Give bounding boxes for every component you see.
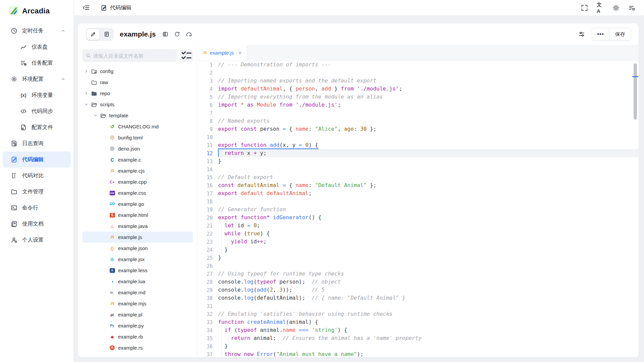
tree-item-example.js[interactable]: JSexample.js [82,232,193,243]
refresh-icon[interactable] [174,31,180,37]
folder-icon [91,79,97,85]
line-number: 2 [197,69,213,77]
collapse-sidebar-icon[interactable] [83,4,90,11]
close-tab-icon[interactable] [238,51,242,55]
code-line-content: console.log(add(2, 3)); // 5 [218,286,639,294]
tree-item-example.cpp[interactable]: C+example.cpp [82,176,193,187]
app-name: Arcadia [22,7,50,15]
code-editor[interactable]: 1// --- Demonstration of imports ---23//… [197,61,639,357]
line-number: 14 [197,165,213,173]
line-number: 23 [197,238,213,246]
editor-tab-example-js[interactable]: JS example.js [197,45,247,60]
tree-indent-spacer [102,301,108,306]
tree-item-example.less[interactable]: ≤example.less [82,265,193,276]
split-view-icon[interactable] [162,31,168,37]
tree-item-repo[interactable]: repo [82,88,193,99]
file-search-input[interactable] [93,53,173,59]
tree-item-CHANGELOG.md[interactable]: ↺CHANGELOG.md [82,121,193,132]
sidebar-item-env-config[interactable]: 环境配置 [3,71,71,87]
sidebar-item-scheduled-tasks[interactable]: 定时任务 [3,23,71,39]
file-type-icon: R [109,345,115,351]
tree-item-example.css[interactable]: cssexample.css [82,187,193,198]
sidebar-item-file-manage[interactable]: 文件管理 [3,184,71,200]
chevron-up-icon[interactable] [61,77,65,81]
topbar: 代码编辑 文A [74,0,644,16]
folder-open-icon [100,113,106,119]
editor-tabbar: JS example.js [197,45,639,61]
theme-icon[interactable] [612,4,620,11]
clock-icon [11,27,17,34]
chevron-right-icon[interactable] [84,91,90,96]
save-button[interactable]: 保存 [609,28,631,41]
code-line-4: 4import defaultAnimal, { person, add } f… [197,85,639,93]
sidebar-item-env-vars[interactable]: (x)环境变量 [3,87,71,103]
chevron-up-icon[interactable] [61,28,65,33]
tree-item-template[interactable]: template [82,110,193,121]
line-number: 28 [197,278,213,286]
tree-indent-spacer [102,191,108,195]
fullscreen-icon[interactable] [581,4,588,11]
sidebar-item-code-sync[interactable]: 代码同步 [3,103,71,119]
sidebar-item-dashboard[interactable]: 仪表盘 [3,39,71,55]
tree-item-example.rb[interactable]: ◆example.rb [82,331,193,342]
tree-item-bunfig.toml[interactable]: bunfig.toml [82,132,193,143]
sidebar-item-task-config[interactable]: 任务配置 [3,55,71,71]
tree-item-example.rs[interactable]: Rexample.rs [82,342,193,353]
code-line-24: 24 } [197,246,639,254]
tree-indent-spacer [102,235,108,240]
code-line-12: 12 return x + y; [197,149,639,157]
code-line-content: while (true) { [218,230,639,238]
code-line-14: 14 [197,165,639,173]
tree-item-deno.json[interactable]: deno.json [82,143,193,154]
line-number: 6 [197,101,213,109]
tree-indent-spacer [102,202,108,206]
script-mode-button[interactable] [100,29,113,40]
tree-item-label: example.rs [118,345,143,351]
tree-item-example.html[interactable]: 5example.html [82,209,193,221]
sidebar-item-user-docs[interactable]: 使用文档 [3,216,71,232]
tree-item-example.py[interactable]: Pyexample.py [82,320,193,331]
layout-settings-icon[interactable] [628,4,635,11]
code-line-37: 37 throw new Error("Animal must have a n… [197,350,639,357]
language-icon[interactable]: 文A [597,4,604,11]
code-line-content: return x + y; [218,149,639,157]
chevron-down-icon[interactable] [84,102,90,107]
edit-mode-button[interactable] [87,29,99,40]
tree-item-example.pl[interactable]: plexample.pl [82,309,193,320]
sidebar-item-profile[interactable]: 个人设置 [3,232,71,248]
tree-item-raw[interactable]: raw [82,77,193,88]
file-type-icon: JS [109,234,115,240]
sidebar-item-terminal[interactable]: 命令行 [3,200,71,216]
sidebar-item-code-diff[interactable]: 代码对比 [3,168,71,184]
sidebar-item-log-query[interactable]: 日志查询 [3,135,71,152]
page-tab-code-edit[interactable]: 代码编辑 [101,4,131,11]
chevron-down-icon[interactable] [93,113,99,118]
more-button[interactable]: ••• [592,28,609,41]
tree-item-example.json[interactable]: {}example.json [82,243,193,254]
tree-item-example.mjs[interactable]: JSexample.mjs [82,298,193,309]
tree-item-example.go[interactable]: GOexample.go [82,198,193,209]
tree-item-example.java[interactable]: ♨example.java [82,221,193,232]
tree-filter-button[interactable] [180,49,193,62]
editor-settings-icon[interactable] [578,31,585,38]
tree-item-label: example.go [118,201,144,207]
sidebar-item-label: 文件管理 [22,188,44,195]
mode-toggle-group [86,28,114,41]
tree-item-label: example.html [118,212,148,218]
tree-item-example.jsx[interactable]: ⊛example.jsx [82,254,193,265]
topbar-actions: 文A [581,4,635,11]
tree-item-config[interactable]: config [82,66,193,77]
tree-item-example.cjs[interactable]: JSexample.cjs [82,165,193,176]
sidebar-item-config-files[interactable]: 配置文件 [3,119,71,135]
tree-item-example.md[interactable]: M↓example.md [82,287,193,298]
arcadia-logo-icon [9,6,19,16]
tree-item-example.c[interactable]: Cexample.c [82,154,193,165]
tree-item-scripts[interactable]: scripts [82,99,193,110]
line-number: 16 [197,181,213,189]
line-number: 29 [197,286,213,294]
sidebar-item-code-edit[interactable]: 代码编辑 [3,152,71,168]
code-line-5: 5// Importing everything from the module… [197,93,639,101]
chevron-right-icon[interactable] [84,69,90,74]
cloud-upload-icon[interactable] [186,31,192,37]
tree-item-example.lua[interactable]: ◑example.lua [82,276,193,287]
